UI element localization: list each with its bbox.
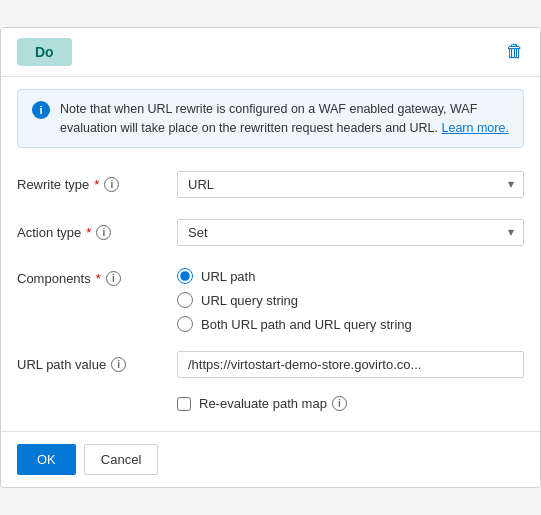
rewrite-type-control: URL Header ▾ <box>177 171 524 198</box>
re-evaluate-label: Re-evaluate path map i <box>199 396 347 411</box>
dialog: Do 🗑 i Note that when URL rewrite is con… <box>0 27 541 489</box>
rewrite-type-select[interactable]: URL Header <box>177 171 524 198</box>
ok-button[interactable]: OK <box>17 444 76 475</box>
info-icon: i <box>32 101 50 119</box>
learn-more-link[interactable]: Learn more. <box>441 121 508 135</box>
radio-url-query-input[interactable] <box>177 292 193 308</box>
rewrite-type-select-wrapper: URL Header ▾ <box>177 171 524 198</box>
delete-icon[interactable]: 🗑 <box>506 41 524 62</box>
url-path-value-row: URL path value i <box>17 348 524 380</box>
action-type-select-wrapper: Set Delete ▾ <box>177 219 524 246</box>
url-path-value-label: URL path value i <box>17 357 177 372</box>
do-badge: Do <box>17 38 72 66</box>
components-info-icon[interactable]: i <box>106 271 121 286</box>
components-label: Components * i <box>17 268 177 286</box>
re-evaluate-info-icon[interactable]: i <box>332 396 347 411</box>
rewrite-type-label: Rewrite type * i <box>17 177 177 192</box>
components-control: URL path URL query string Both URL path … <box>177 268 524 332</box>
action-type-select[interactable]: Set Delete <box>177 219 524 246</box>
url-path-value-info-icon[interactable]: i <box>111 357 126 372</box>
radio-url-query-string[interactable]: URL query string <box>177 292 524 308</box>
info-banner: i Note that when URL rewrite is configur… <box>17 89 524 149</box>
rewrite-type-info-icon[interactable]: i <box>104 177 119 192</box>
action-type-label: Action type * i <box>17 225 177 240</box>
radio-both-url-input[interactable] <box>177 316 193 332</box>
re-evaluate-checkbox[interactable] <box>177 397 191 411</box>
dialog-footer: OK Cancel <box>1 431 540 487</box>
action-type-control: Set Delete ▾ <box>177 219 524 246</box>
url-path-value-input[interactable] <box>177 351 524 378</box>
rewrite-type-required: * <box>94 177 99 192</box>
form-body: Rewrite type * i URL Header ▾ Action typ… <box>1 160 540 431</box>
re-evaluate-row: Re-evaluate path map i <box>177 396 524 411</box>
components-row: Components * i URL path URL query string <box>17 264 524 332</box>
components-required: * <box>96 271 101 286</box>
action-type-info-icon[interactable]: i <box>96 225 111 240</box>
components-radio-group: URL path URL query string Both URL path … <box>177 268 524 332</box>
info-text: Note that when URL rewrite is configured… <box>60 100 509 138</box>
url-path-value-control <box>177 351 524 378</box>
dialog-header: Do 🗑 <box>1 28 540 77</box>
radio-url-path-input[interactable] <box>177 268 193 284</box>
action-type-required: * <box>86 225 91 240</box>
radio-url-path[interactable]: URL path <box>177 268 524 284</box>
action-type-row: Action type * i Set Delete ▾ <box>17 216 524 248</box>
radio-both-url[interactable]: Both URL path and URL query string <box>177 316 524 332</box>
cancel-button[interactable]: Cancel <box>84 444 158 475</box>
rewrite-type-row: Rewrite type * i URL Header ▾ <box>17 168 524 200</box>
